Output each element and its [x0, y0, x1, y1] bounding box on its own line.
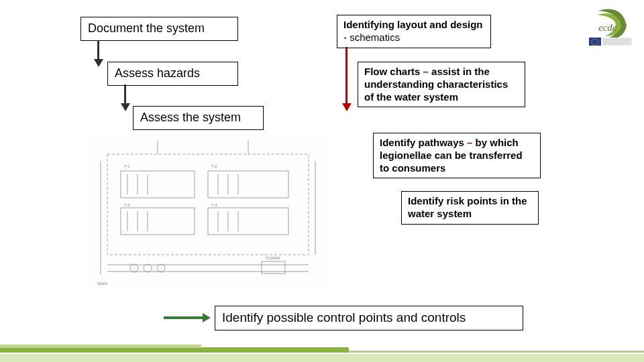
- box-identify-pathways: Identify pathways – by which legionellae…: [373, 133, 541, 178]
- step-assess-hazards: Assess hazards: [107, 62, 238, 86]
- footer-band: [0, 342, 644, 362]
- path-lead: Identify pathways: [380, 137, 464, 148]
- risk-lead: Identify risk points: [408, 195, 497, 206]
- svg-text:MAIN: MAIN: [97, 282, 107, 286]
- box-layout-design: Identifying layout and design - schemati…: [337, 15, 491, 48]
- svg-rect-52: [0, 345, 201, 348]
- svg-text:T-4: T-4: [211, 203, 217, 207]
- step-document-system: Document the system: [80, 17, 238, 41]
- svg-text:T-3: T-3: [124, 203, 130, 207]
- svg-point-36: [592, 39, 593, 40]
- svg-rect-51: [0, 347, 349, 353]
- box-layout-rest: - schematics: [343, 32, 400, 43]
- box-risk-points: Identify risk points in the water system: [401, 191, 539, 225]
- svg-point-41: [598, 42, 598, 43]
- flow-dash: –: [420, 66, 431, 77]
- svg-text:T-1: T-1: [124, 164, 130, 168]
- schematic-diagram: T-1T-2 T-3T-4 MAIN TOWER: [87, 134, 329, 288]
- svg-point-40: [591, 42, 592, 43]
- svg-point-42: [592, 44, 593, 44]
- box-layout-bold: Identifying layout and design: [343, 19, 483, 30]
- svg-rect-49: [0, 354, 644, 362]
- flow-lead: Flow charts: [364, 66, 420, 77]
- svg-point-37: [596, 39, 597, 40]
- logo-text: ecdc: [598, 22, 617, 33]
- svg-text:TOWER: TOWER: [265, 256, 280, 260]
- box-flow-charts: Flow charts – assist in the understandin…: [358, 62, 525, 107]
- svg-point-43: [596, 44, 597, 44]
- ecdc-logo: ecdc: [585, 5, 637, 52]
- svg-point-38: [591, 40, 592, 41]
- svg-point-44: [594, 44, 595, 45]
- box-control-points: Identify possible control points and con…: [215, 306, 523, 330]
- svg-point-39: [598, 40, 598, 41]
- svg-point-35: [594, 38, 595, 39]
- step-assess-system: Assess the system: [133, 106, 264, 130]
- svg-text:T-2: T-2: [211, 164, 217, 168]
- path-dash: –: [464, 137, 476, 148]
